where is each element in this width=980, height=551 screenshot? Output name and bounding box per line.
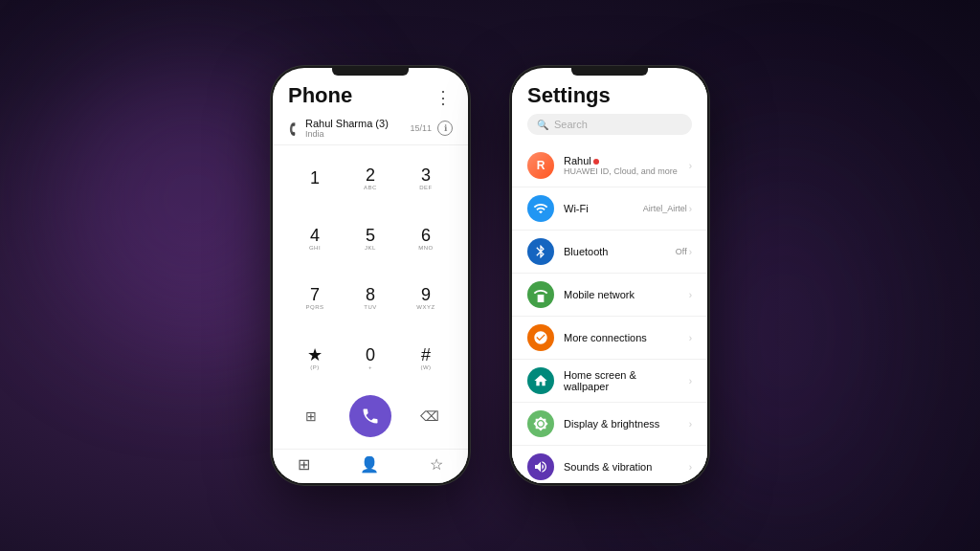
phone-device-right: Settings 🔍 Search R Rahul [509, 65, 710, 486]
bluetooth-info: Bluetooth [564, 246, 666, 257]
profile-info: Rahul HUAWEI ID, Cloud, and more [564, 155, 679, 176]
sounds-info: Sounds & vibration [564, 461, 679, 473]
sounds-right: › [689, 462, 692, 473]
phone-app-title: Phone [288, 83, 352, 108]
chevron-icon: › [689, 204, 692, 214]
call-count: 15/11 [410, 123, 432, 133]
mobile-network-icon [527, 281, 554, 308]
connections-title: More connections [564, 332, 679, 343]
call-info: Rahul Sharma (3) India [305, 118, 389, 139]
wifi-value: Airtel_Airtel [643, 204, 687, 213]
dial-key-2[interactable]: 2 ABC [344, 149, 397, 208]
caller-name: Rahul Sharma (3) [305, 118, 389, 129]
recent-call-item[interactable]: 📞 Rahul Sharma (3) India 15/11 ℹ [273, 112, 468, 145]
display-info: Display & brightness [564, 418, 679, 430]
phone-app-header: Phone ⋮ [273, 76, 468, 112]
wifi-title: Wi-Fi [564, 203, 634, 214]
search-icon: 🔍 [537, 120, 548, 130]
chevron-icon: › [689, 376, 692, 386]
mobile-title: Mobile network [564, 289, 679, 300]
profile-chevron: › [689, 161, 692, 171]
settings-display-item[interactable]: Display & brightness › [512, 403, 707, 446]
call-left: 📞 Rahul Sharma (3) India [288, 118, 389, 139]
dial-key-6[interactable]: 6 MNO [399, 209, 453, 268]
phones-container: Phone ⋮ 📞 Rahul Sharma (3) India 15/11 ℹ [270, 65, 710, 486]
phone-app: Phone ⋮ 📞 Rahul Sharma (3) India 15/11 ℹ [273, 76, 468, 483]
settings-homescreen-item[interactable]: Home screen & wallpaper › [512, 360, 707, 403]
wifi-right: Airtel_Airtel › [643, 204, 692, 214]
bluetooth-icon [527, 238, 554, 265]
search-input[interactable]: Search [554, 119, 588, 130]
profile-name: Rahul [564, 155, 679, 166]
bluetooth-right: Off › [676, 247, 692, 257]
display-right: › [689, 419, 692, 430]
phone-screen-left: Phone ⋮ 📞 Rahul Sharma (3) India 15/11 ℹ [273, 68, 468, 483]
settings-connections-item[interactable]: More connections › [512, 317, 707, 360]
call-button[interactable] [349, 395, 391, 437]
nav-recents[interactable]: 👤 [360, 455, 379, 474]
settings-sounds-item[interactable]: Sounds & vibration › [512, 446, 707, 483]
profile-avatar: R [527, 152, 554, 179]
dial-key-star[interactable]: ★ (P) [288, 329, 342, 387]
settings-title: Settings [527, 83, 692, 108]
homescreen-info: Home screen & wallpaper [564, 369, 679, 392]
bluetooth-title: Bluetooth [564, 246, 666, 257]
dialpad: 1 2 ABC 3 DEF 4 GHI [273, 145, 468, 449]
dial-key-4[interactable]: 4 GHI [288, 209, 342, 268]
nav-favorites[interactable]: ☆ [430, 455, 443, 474]
call-right: 15/11 ℹ [410, 121, 453, 136]
phone-device-left: Phone ⋮ 📞 Rahul Sharma (3) India 15/11 ℹ [270, 65, 471, 486]
call-info-button[interactable]: ℹ [437, 121, 453, 136]
settings-app: Settings 🔍 Search R Rahul [512, 76, 707, 483]
profile-notification-dot [593, 159, 599, 165]
wifi-icon [527, 195, 554, 222]
chevron-icon: › [689, 462, 692, 473]
sounds-icon [527, 453, 554, 480]
nav-dialpad[interactable]: ⊞ [298, 455, 310, 474]
settings-bluetooth-item[interactable]: Bluetooth Off › [512, 231, 707, 274]
phone-notch-right [571, 68, 648, 76]
dial-key-0[interactable]: 0 + [344, 329, 397, 387]
settings-mobile-item[interactable]: Mobile network › [512, 274, 707, 317]
chevron-icon: › [689, 161, 692, 171]
chevron-icon: › [689, 247, 692, 257]
chevron-icon: › [689, 290, 692, 300]
chevron-icon: › [689, 333, 692, 343]
delete-button[interactable]: ⌫ [414, 401, 445, 431]
sounds-title: Sounds & vibration [564, 461, 679, 473]
homescreen-title: Home screen & wallpaper [564, 369, 679, 392]
caller-country: India [305, 129, 389, 139]
phone-notch-left [332, 68, 409, 76]
phone-bottom-nav: ⊞ 👤 ☆ [273, 449, 468, 483]
phone-screen-right: Settings 🔍 Search R Rahul [512, 68, 707, 483]
settings-search-bar[interactable]: 🔍 Search [527, 114, 692, 135]
settings-header: Settings 🔍 Search [512, 76, 707, 144]
contacts-button[interactable]: ⊞ [296, 401, 326, 431]
dial-key-5[interactable]: 5 JKL [344, 209, 397, 268]
display-icon [527, 410, 554, 437]
dialpad-grid: 1 2 ABC 3 DEF 4 GHI [288, 149, 453, 387]
settings-profile-item[interactable]: R Rahul HUAWEI ID, Cloud, and more › [512, 144, 707, 187]
connections-icon [527, 324, 554, 351]
dial-key-1[interactable]: 1 [288, 149, 342, 208]
connections-right: › [689, 333, 692, 343]
homescreen-icon [527, 367, 554, 394]
missed-call-icon: 📞 [286, 121, 301, 136]
bluetooth-value: Off [676, 247, 687, 256]
dial-actions: ⊞ ⌫ [288, 391, 453, 441]
dial-key-3[interactable]: 3 DEF [399, 149, 453, 208]
dial-key-7[interactable]: 7 PQRS [288, 270, 342, 328]
chevron-icon: › [689, 419, 692, 430]
dial-key-8[interactable]: 8 TUV [344, 270, 397, 328]
connections-info: More connections [564, 332, 679, 343]
phone-menu-button[interactable]: ⋮ [434, 87, 453, 108]
mobile-right: › [689, 290, 692, 300]
mobile-info: Mobile network [564, 289, 679, 300]
homescreen-right: › [689, 376, 692, 386]
dial-key-9[interactable]: 9 WXYZ [399, 270, 453, 328]
profile-subtitle: HUAWEI ID, Cloud, and more [564, 166, 679, 176]
settings-wifi-item[interactable]: Wi-Fi Airtel_Airtel › [512, 187, 707, 231]
settings-list: R Rahul HUAWEI ID, Cloud, and more › [512, 144, 707, 483]
dial-key-hash[interactable]: # (W) [399, 329, 453, 387]
display-title: Display & brightness [564, 418, 679, 430]
